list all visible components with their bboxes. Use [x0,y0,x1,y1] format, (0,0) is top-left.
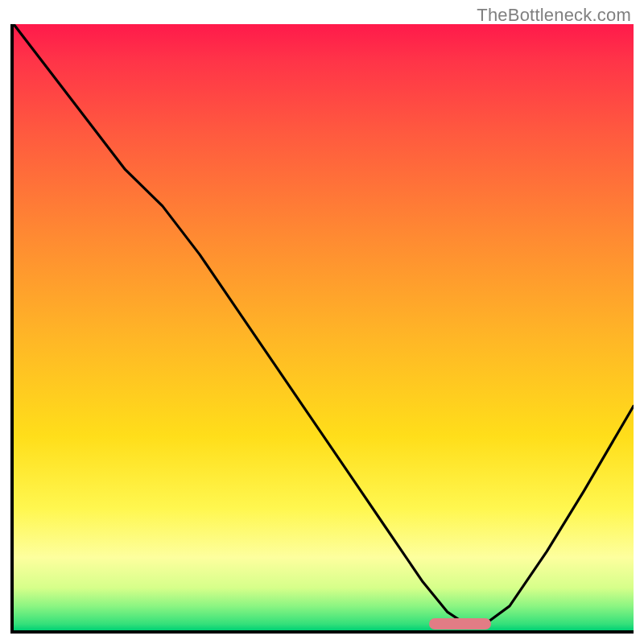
watermark-text: TheBottleneck.com [477,5,631,26]
optimal-range-marker [429,618,491,630]
plot-area [10,24,634,634]
bottleneck-curve [14,24,634,630]
bottleneck-chart: TheBottleneck.com [0,0,644,644]
